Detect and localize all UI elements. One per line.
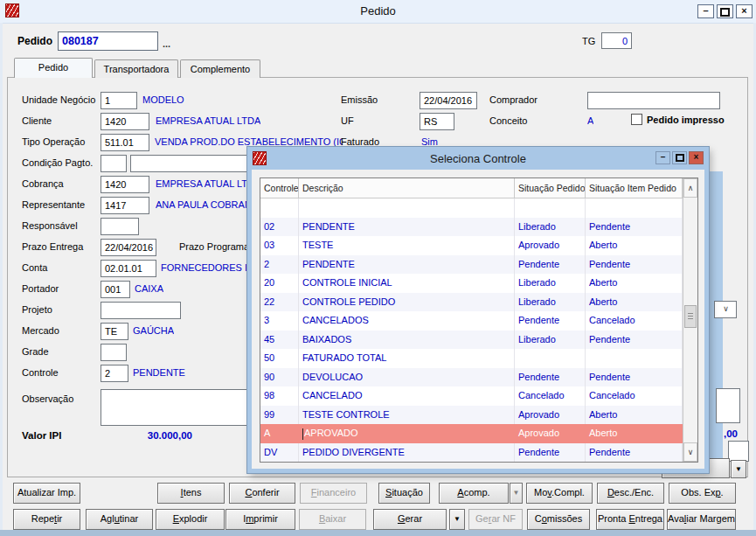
situacao-pedido-cell[interactable]: Pendente [515, 368, 586, 387]
pedido-browse-button[interactable]: ... [163, 38, 170, 49]
dialog-minimize-icon[interactable]: – [655, 151, 670, 164]
descricao-cell[interactable]: PENDENTE [299, 218, 515, 237]
situacao-pedido-cell[interactable] [515, 198, 586, 218]
desc-enc-button[interactable]: Desc./Enc. [597, 483, 664, 504]
column-header-controle[interactable]: Controle [260, 178, 299, 198]
gerar-nf-button[interactable]: Gerar NF [468, 509, 523, 530]
table-row-98[interactable]: 98CANCELADOCanceladoCancelado [260, 386, 697, 406]
situacao-item-pedido-cell[interactable] [586, 349, 683, 368]
itens-button[interactable]: Itens [157, 483, 225, 504]
responsavel-input[interactable] [101, 218, 139, 235]
controle-cell[interactable]: DV [260, 443, 299, 463]
acomp-dropdown-icon[interactable]: ▼ [510, 483, 523, 504]
controle-cell[interactable]: 90 [260, 368, 299, 387]
descricao-cell[interactable]: CONTROLE INICIAL [299, 274, 515, 293]
controle-cell[interactable]: 02 [260, 218, 299, 237]
situacao-item-pedido-cell[interactable]: Aberto [586, 274, 683, 293]
controle-cell[interactable]: 45 [260, 331, 299, 350]
column-header-descricao[interactable]: Descrição [299, 178, 515, 198]
observacao-textarea[interactable] [101, 389, 247, 426]
controle-input[interactable]: 2 [101, 365, 128, 382]
situacao-item-pedido-cell[interactable]: Aberto [586, 424, 683, 443]
situacao-pedido-cell[interactable]: Pendente [515, 443, 586, 463]
maximize-icon[interactable] [717, 4, 733, 18]
situacao-item-pedido-cell[interactable]: Aberto [586, 406, 683, 425]
imprimir-button[interactable]: Imprimir [225, 509, 295, 530]
table-row-02[interactable]: 02PENDENTELiberadoPendente [260, 218, 697, 237]
controle-cell[interactable]: 20 [260, 274, 299, 293]
situacao-item-pedido-cell[interactable]: Pendente [586, 368, 683, 387]
situacao-pedido-cell[interactable] [515, 349, 586, 368]
table-row-20[interactable]: 20CONTROLE INICIALLiberadoAberto [260, 274, 697, 293]
hidden-dropdown-arrow-icon[interactable]: ▼ [731, 460, 746, 478]
table-row-03[interactable]: 03TESTEAprovadoAberto [260, 236, 697, 255]
condicao-pagto-desc-input[interactable] [130, 155, 247, 172]
situacao-pedido-cell[interactable]: Liberado [515, 331, 586, 350]
table-row-DV[interactable]: DVPEDIDO DIVERGENTEPendentePendente [260, 443, 697, 463]
controle-cell[interactable]: 98 [260, 386, 299, 406]
prazo-entrega-input[interactable]: 22/04/2016 [101, 239, 156, 256]
scroll-up-icon[interactable]: ∧ [683, 178, 697, 198]
mercado-input[interactable]: TE [101, 323, 128, 340]
cliente-input[interactable]: 1420 [101, 113, 149, 130]
grade-input[interactable] [101, 344, 127, 361]
scroll-thumb[interactable] [684, 305, 697, 328]
dialog-maximize-icon[interactable] [672, 151, 687, 164]
descricao-cell[interactable]: DEVOLUCAO [299, 368, 515, 387]
scroll-down-icon[interactable]: ∨ [683, 442, 697, 462]
background-dropdown-fragment[interactable]: ∨ [714, 301, 737, 318]
tipo-operacao-input[interactable]: 511.01 [101, 134, 149, 151]
gerar-dropdown-icon[interactable]: ▼ [449, 509, 465, 530]
descricao-cell[interactable]: PEDIDO DIVERGENTE [299, 443, 515, 463]
table-row-99[interactable]: 99TESTE CONTROLEAprovadoAberto [260, 406, 697, 425]
table-row-2[interactable]: 2PENDENTEPendentePendente [260, 255, 697, 275]
table-row-A[interactable]: AAPROVADOAprovadoAberto [260, 424, 697, 443]
situacao-pedido-cell[interactable]: Aprovado [515, 424, 586, 443]
controle-cell[interactable]: 03 [260, 236, 299, 255]
descricao-cell[interactable] [299, 198, 515, 218]
pedido-impresso-checkbox[interactable] [631, 114, 642, 125]
descricao-cell[interactable]: CANCELADOS [299, 311, 515, 331]
conferir-button[interactable]: Conferir [229, 483, 295, 504]
aglutinar-button[interactable]: Aglutinar [86, 509, 153, 530]
situacao-pedido-cell[interactable]: Cancelado [515, 386, 586, 406]
grid-scrollbar[interactable]: ∧ ∨ [683, 178, 697, 462]
financeiro-button[interactable]: Financeiro [300, 483, 367, 504]
projeto-input[interactable] [101, 302, 181, 319]
portador-input[interactable]: 001 [101, 281, 130, 298]
situacao-item-pedido-cell[interactable]: Aberto [586, 236, 683, 255]
descricao-cell[interactable]: BAIXADOS [299, 331, 515, 350]
emissao-input[interactable]: 22/04/2016 [420, 92, 477, 109]
conta-input[interactable]: 02.01.01 [101, 260, 156, 277]
pedido-number-input[interactable]: 080187 [58, 31, 158, 51]
situacao-item-pedido-cell[interactable]: Pendente [586, 255, 683, 275]
situacao-item-pedido-cell[interactable]: Cancelado [586, 386, 683, 406]
obs-exp-button[interactable]: Obs. Exp. [669, 483, 736, 504]
descricao-cell[interactable]: PENDENTE [299, 255, 515, 275]
unidade-negocio-input[interactable]: 1 [101, 92, 137, 109]
situacao-item-pedido-cell[interactable]: Pendente [586, 443, 683, 463]
table-row-22[interactable]: 22CONTROLE PEDIDOLiberadoAberto [260, 293, 697, 312]
tab-pedido[interactable]: Pedido [14, 58, 93, 78]
situacao-pedido-cell[interactable]: Aprovado [515, 406, 586, 425]
situacao-item-pedido-cell[interactable] [586, 198, 683, 218]
column-header-situacao-pedido[interactable]: Situação Pedido [515, 178, 586, 198]
table-row-50[interactable]: 50FATURADO TOTAL [260, 349, 697, 368]
comissoes-button[interactable]: Comissões [527, 509, 590, 530]
situacao-item-pedido-cell[interactable]: Aberto [586, 293, 683, 312]
descricao-cell[interactable]: CANCELADO [299, 386, 515, 406]
tg-input[interactable]: 0 [601, 32, 632, 49]
situacao-button[interactable]: Situação [378, 483, 430, 504]
situacao-pedido-cell[interactable]: Pendente [515, 311, 586, 331]
situacao-pedido-cell[interactable]: Aprovado [515, 236, 586, 255]
atualizar-imp-button[interactable]: Atualizar Imp. [13, 483, 80, 504]
acomp-button[interactable]: Acomp. [439, 483, 509, 504]
close-icon[interactable]: × [736, 4, 753, 18]
dialog-close-icon[interactable]: × [689, 151, 704, 164]
table-row-90[interactable]: 90DEVOLUCAOPendentePendente [260, 368, 697, 387]
pronta-entrega-button[interactable]: Pronta Entrega [596, 509, 664, 530]
condicao-pagto-input[interactable] [101, 155, 127, 172]
avaliar-margem-button[interactable]: Avaliar Margem [667, 509, 736, 530]
descricao-cell[interactable]: FATURADO TOTAL [299, 349, 515, 368]
table-row-45[interactable]: 45BAIXADOSLiberadoPendente [260, 331, 697, 350]
